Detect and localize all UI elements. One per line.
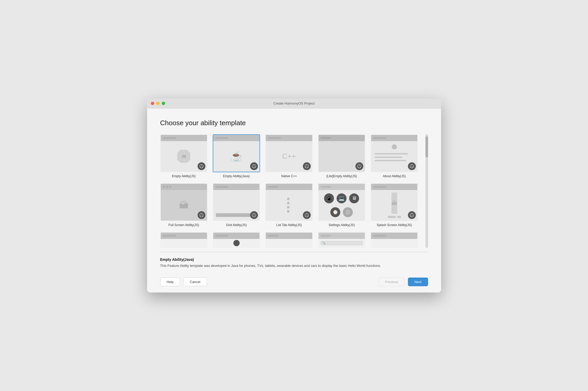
svg-point-5 bbox=[254, 165, 255, 166]
template-card-empty-java[interactable]: ☕ bbox=[213, 134, 260, 172]
template-item-about-js[interactable]: About Ability(JS) bbox=[371, 134, 418, 178]
about-line-2 bbox=[375, 157, 402, 158]
badge-icon bbox=[410, 164, 414, 169]
svg-point-17 bbox=[412, 165, 412, 166]
svg-point-1 bbox=[201, 165, 202, 166]
svg-point-14 bbox=[358, 166, 359, 167]
template-label-settings-js: Settings Ability(JS) bbox=[328, 223, 355, 227]
template-item-settings-js[interactable]: 📱 💻 🖥 ⌚ bbox=[318, 183, 365, 227]
badge-icon bbox=[252, 213, 256, 217]
header-bar bbox=[268, 186, 278, 188]
template-item-splash-js[interactable]: 🏔 bbox=[371, 183, 418, 227]
card-body bbox=[266, 190, 312, 221]
next-button[interactable]: Next bbox=[408, 278, 428, 286]
template-card-lite-empty-js[interactable] bbox=[318, 134, 365, 172]
search-bar: 🔍 bbox=[321, 241, 363, 245]
svg-point-31 bbox=[307, 215, 308, 216]
header-dot-1 bbox=[163, 186, 165, 188]
template-card-empty-js[interactable]: JS bbox=[160, 134, 207, 172]
card-header bbox=[319, 233, 365, 239]
description-section: Empty Ability(Java) This Feature Ability… bbox=[160, 252, 428, 274]
badge bbox=[198, 162, 205, 170]
minimize-button[interactable] bbox=[156, 102, 160, 105]
template-card-fullscreen-js[interactable]: 🏔 bbox=[160, 183, 207, 221]
template-item-empty-js[interactable]: JS E bbox=[160, 134, 207, 178]
template-label-fullscreen-js: Full Screen Ability(JS) bbox=[169, 223, 199, 227]
close-button[interactable] bbox=[151, 102, 154, 105]
template-item-empty-java[interactable]: ☕ Em bbox=[213, 134, 260, 178]
header-bar bbox=[163, 235, 176, 237]
card-header bbox=[371, 233, 417, 239]
card-body bbox=[371, 141, 417, 172]
svg-point-11 bbox=[307, 166, 308, 167]
svg-point-30 bbox=[305, 215, 306, 216]
template-card-settings-js[interactable]: 📱 💻 🖥 ⌚ bbox=[318, 183, 365, 221]
svg-point-39 bbox=[412, 215, 413, 216]
template-card-listtab-js[interactable] bbox=[265, 183, 313, 221]
card-body bbox=[319, 141, 365, 172]
splash-image-area: 🏔 bbox=[391, 193, 397, 214]
help-button[interactable]: Help bbox=[160, 278, 180, 286]
card-body: 🏔 bbox=[371, 190, 417, 221]
template-item-lite-empty-js[interactable]: [Lite]Empty Ability(JS) bbox=[318, 134, 365, 178]
badge bbox=[250, 211, 258, 219]
card-body: 🏔 bbox=[161, 190, 207, 221]
svg-point-23 bbox=[202, 215, 203, 216]
template-item-partial-3[interactable] bbox=[265, 232, 313, 248]
template-card-native-cpp[interactable]: C++ bbox=[265, 134, 313, 172]
template-label-splash-js: Splash Screen Ability(JS) bbox=[377, 223, 412, 227]
scrollbar-track[interactable] bbox=[425, 134, 428, 248]
header-bar bbox=[268, 137, 281, 139]
header-dot-3 bbox=[169, 186, 171, 188]
badge-icon bbox=[199, 164, 204, 169]
header-bar bbox=[215, 137, 228, 139]
template-label-empty-js: Empty Ability(JS) bbox=[172, 174, 196, 178]
template-item-grid-js[interactable]: Grid Ability(JS) bbox=[213, 183, 260, 227]
badge bbox=[250, 162, 258, 170]
card-header bbox=[371, 184, 417, 190]
template-card-splash-js[interactable]: 🏔 bbox=[371, 183, 418, 221]
partial-badge bbox=[233, 240, 240, 246]
template-item-fullscreen-js[interactable]: 🏔 F bbox=[160, 183, 207, 227]
svg-point-29 bbox=[306, 214, 307, 215]
template-item-partial-1[interactable] bbox=[160, 232, 207, 248]
templates-scroll[interactable]: JS E bbox=[160, 134, 424, 248]
badge bbox=[303, 162, 311, 170]
badge-icon bbox=[357, 164, 362, 169]
template-card-partial-4[interactable]: 🔍 bbox=[318, 232, 365, 248]
svg-point-10 bbox=[305, 166, 306, 167]
template-item-partial-4[interactable]: 🔍 bbox=[318, 232, 365, 248]
card-body: C++ bbox=[266, 141, 312, 172]
card-body: 📱 💻 🖥 ⌚ bbox=[319, 190, 365, 221]
template-card-partial-1[interactable] bbox=[160, 232, 207, 248]
footer-left: Help Cancel bbox=[160, 278, 207, 286]
list-dot bbox=[287, 210, 290, 213]
device-phone-icon: 📱 bbox=[324, 193, 334, 203]
description-text: This Feature Ability template was develo… bbox=[160, 263, 428, 268]
list-dot bbox=[287, 198, 290, 200]
cancel-button[interactable]: Cancel bbox=[183, 278, 207, 286]
previous-button[interactable]: Previous bbox=[378, 278, 405, 286]
scrollbar-thumb[interactable] bbox=[425, 136, 428, 157]
card-body: ☕ bbox=[213, 141, 260, 172]
template-card-grid-js[interactable] bbox=[213, 183, 260, 221]
java-cup-icon: ☕ bbox=[230, 151, 243, 162]
template-card-partial-3[interactable] bbox=[265, 232, 313, 248]
splash-bar-2 bbox=[397, 216, 401, 218]
svg-point-35 bbox=[348, 213, 349, 214]
card-header bbox=[266, 184, 312, 190]
template-card-about-js[interactable] bbox=[371, 134, 418, 172]
template-item-listtab-js[interactable]: List Tab Ability(JS) bbox=[265, 183, 313, 227]
badge bbox=[303, 211, 311, 219]
window-title: Create HarmonyOS Project bbox=[273, 101, 315, 105]
svg-point-33 bbox=[348, 211, 348, 212]
template-card-partial-2[interactable] bbox=[213, 232, 260, 248]
template-card-partial-5[interactable] bbox=[371, 232, 418, 248]
list-row bbox=[287, 206, 291, 209]
header-bar bbox=[373, 137, 386, 139]
template-item-partial-2[interactable] bbox=[213, 232, 260, 248]
template-item-native-cpp[interactable]: C++ bbox=[265, 134, 313, 178]
template-label-grid-js: Grid Ability(JS) bbox=[226, 223, 247, 227]
template-item-partial-5[interactable] bbox=[371, 232, 418, 248]
maximize-button[interactable] bbox=[162, 102, 165, 105]
